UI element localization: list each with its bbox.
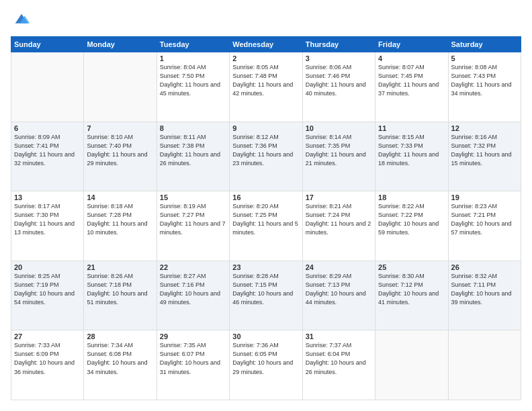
calendar-table: SundayMondayTuesdayWednesdayThursdayFrid…	[11, 36, 521, 400]
day-number: 22	[160, 263, 226, 271]
day-info: Sunrise: 8:28 AM Sunset: 7:15 PM Dayligh…	[232, 272, 299, 307]
calendar-header-monday: Monday	[84, 37, 157, 52]
calendar-cell	[448, 330, 521, 400]
day-info: Sunrise: 8:14 AM Sunset: 7:35 PM Dayligh…	[306, 133, 372, 168]
calendar-week-row: 27Sunrise: 7:33 AM Sunset: 6:09 PM Dayli…	[11, 330, 521, 400]
calendar-cell: 21Sunrise: 8:26 AM Sunset: 7:18 PM Dayli…	[84, 261, 157, 330]
day-info: Sunrise: 8:20 AM Sunset: 7:25 PM Dayligh…	[232, 202, 299, 237]
calendar-cell: 18Sunrise: 8:22 AM Sunset: 7:22 PM Dayli…	[375, 191, 448, 261]
day-info: Sunrise: 8:16 AM Sunset: 7:32 PM Dayligh…	[451, 133, 518, 168]
day-number: 9	[232, 124, 299, 132]
calendar-cell: 24Sunrise: 8:29 AM Sunset: 7:13 PM Dayli…	[302, 261, 375, 330]
calendar-cell: 3Sunrise: 8:06 AM Sunset: 7:46 PM Daylig…	[302, 52, 375, 122]
day-info: Sunrise: 8:30 AM Sunset: 7:12 PM Dayligh…	[378, 272, 445, 307]
day-number: 30	[232, 332, 299, 340]
calendar-cell: 6Sunrise: 8:09 AM Sunset: 7:41 PM Daylig…	[11, 122, 84, 191]
day-info: Sunrise: 8:09 AM Sunset: 7:41 PM Dayligh…	[14, 133, 81, 168]
calendar-cell: 13Sunrise: 8:17 AM Sunset: 7:30 PM Dayli…	[11, 191, 84, 261]
logo-icon	[12, 11, 31, 30]
calendar-header-friday: Friday	[375, 37, 448, 52]
day-info: Sunrise: 7:37 AM Sunset: 6:04 PM Dayligh…	[306, 341, 372, 376]
day-number: 2	[232, 54, 299, 62]
logo	[11, 11, 31, 30]
day-info: Sunrise: 7:33 AM Sunset: 6:09 PM Dayligh…	[14, 341, 81, 376]
day-number: 1	[160, 54, 226, 62]
day-number: 16	[232, 193, 299, 201]
calendar-week-row: 20Sunrise: 8:25 AM Sunset: 7:19 PM Dayli…	[11, 261, 521, 330]
day-info: Sunrise: 8:07 AM Sunset: 7:45 PM Dayligh…	[378, 63, 445, 98]
calendar-cell: 4Sunrise: 8:07 AM Sunset: 7:45 PM Daylig…	[375, 52, 448, 122]
calendar-cell: 27Sunrise: 7:33 AM Sunset: 6:09 PM Dayli…	[11, 330, 84, 400]
day-info: Sunrise: 7:34 AM Sunset: 6:08 PM Dayligh…	[87, 341, 153, 376]
day-info: Sunrise: 8:19 AM Sunset: 7:27 PM Dayligh…	[160, 202, 226, 237]
calendar-cell: 9Sunrise: 8:12 AM Sunset: 7:36 PM Daylig…	[230, 122, 302, 191]
calendar-cell: 17Sunrise: 8:21 AM Sunset: 7:24 PM Dayli…	[302, 191, 375, 261]
day-number: 25	[378, 263, 445, 271]
day-number: 19	[451, 193, 518, 201]
calendar-cell: 26Sunrise: 8:32 AM Sunset: 7:11 PM Dayli…	[448, 261, 521, 330]
calendar-cell	[84, 52, 157, 122]
day-info: Sunrise: 8:23 AM Sunset: 7:21 PM Dayligh…	[451, 202, 518, 237]
day-number: 11	[378, 124, 445, 132]
day-info: Sunrise: 8:27 AM Sunset: 7:16 PM Dayligh…	[160, 272, 226, 307]
page: SundayMondayTuesdayWednesdayThursdayFrid…	[0, 0, 532, 411]
day-info: Sunrise: 8:32 AM Sunset: 7:11 PM Dayligh…	[451, 272, 518, 307]
calendar-cell: 19Sunrise: 8:23 AM Sunset: 7:21 PM Dayli…	[448, 191, 521, 261]
day-info: Sunrise: 8:15 AM Sunset: 7:33 PM Dayligh…	[378, 133, 445, 168]
day-number: 15	[160, 193, 226, 201]
day-info: Sunrise: 8:17 AM Sunset: 7:30 PM Dayligh…	[14, 202, 81, 237]
day-number: 29	[160, 332, 226, 340]
day-number: 20	[14, 263, 81, 271]
day-info: Sunrise: 8:04 AM Sunset: 7:50 PM Dayligh…	[160, 63, 226, 98]
calendar-cell: 12Sunrise: 8:16 AM Sunset: 7:32 PM Dayli…	[448, 122, 521, 191]
day-number: 24	[306, 263, 372, 271]
day-info: Sunrise: 8:08 AM Sunset: 7:43 PM Dayligh…	[451, 63, 518, 98]
calendar-cell: 31Sunrise: 7:37 AM Sunset: 6:04 PM Dayli…	[302, 330, 375, 400]
day-info: Sunrise: 7:35 AM Sunset: 6:07 PM Dayligh…	[160, 341, 226, 376]
day-number: 28	[87, 332, 153, 340]
day-number: 21	[87, 263, 153, 271]
calendar-cell: 28Sunrise: 7:34 AM Sunset: 6:08 PM Dayli…	[84, 330, 157, 400]
calendar-cell: 15Sunrise: 8:19 AM Sunset: 7:27 PM Dayli…	[157, 191, 229, 261]
day-number: 13	[14, 193, 81, 201]
day-number: 27	[14, 332, 81, 340]
calendar-cell: 8Sunrise: 8:11 AM Sunset: 7:38 PM Daylig…	[157, 122, 229, 191]
day-number: 23	[232, 263, 299, 271]
day-info: Sunrise: 8:18 AM Sunset: 7:28 PM Dayligh…	[87, 202, 153, 237]
calendar-header-row: SundayMondayTuesdayWednesdayThursdayFrid…	[11, 37, 521, 52]
day-number: 10	[306, 124, 372, 132]
day-info: Sunrise: 8:25 AM Sunset: 7:19 PM Dayligh…	[14, 272, 81, 307]
day-number: 12	[451, 124, 518, 132]
calendar-week-row: 1Sunrise: 8:04 AM Sunset: 7:50 PM Daylig…	[11, 52, 521, 122]
calendar-header-sunday: Sunday	[11, 37, 84, 52]
calendar-week-row: 6Sunrise: 8:09 AM Sunset: 7:41 PM Daylig…	[11, 122, 521, 191]
day-number: 14	[87, 193, 153, 201]
calendar-cell: 5Sunrise: 8:08 AM Sunset: 7:43 PM Daylig…	[448, 52, 521, 122]
calendar-cell: 10Sunrise: 8:14 AM Sunset: 7:35 PM Dayli…	[302, 122, 375, 191]
day-number: 4	[378, 54, 445, 62]
day-info: Sunrise: 8:22 AM Sunset: 7:22 PM Dayligh…	[378, 202, 445, 237]
day-number: 7	[87, 124, 153, 132]
calendar-cell: 22Sunrise: 8:27 AM Sunset: 7:16 PM Dayli…	[157, 261, 229, 330]
calendar-cell: 20Sunrise: 8:25 AM Sunset: 7:19 PM Dayli…	[11, 261, 84, 330]
day-info: Sunrise: 8:12 AM Sunset: 7:36 PM Dayligh…	[232, 133, 299, 168]
calendar-cell: 1Sunrise: 8:04 AM Sunset: 7:50 PM Daylig…	[157, 52, 229, 122]
day-number: 6	[14, 124, 81, 132]
calendar-cell	[375, 330, 448, 400]
day-info: Sunrise: 7:36 AM Sunset: 6:05 PM Dayligh…	[232, 341, 299, 376]
day-number: 8	[160, 124, 226, 132]
calendar-cell: 23Sunrise: 8:28 AM Sunset: 7:15 PM Dayli…	[230, 261, 302, 330]
header	[11, 11, 521, 30]
day-number: 5	[451, 54, 518, 62]
calendar-header-thursday: Thursday	[302, 37, 375, 52]
calendar-header-tuesday: Tuesday	[157, 37, 229, 52]
day-info: Sunrise: 8:11 AM Sunset: 7:38 PM Dayligh…	[160, 133, 226, 168]
calendar-cell: 25Sunrise: 8:30 AM Sunset: 7:12 PM Dayli…	[375, 261, 448, 330]
day-number: 26	[451, 263, 518, 271]
calendar-cell	[11, 52, 84, 122]
calendar-header-wednesday: Wednesday	[230, 37, 302, 52]
calendar-cell: 11Sunrise: 8:15 AM Sunset: 7:33 PM Dayli…	[375, 122, 448, 191]
calendar-cell: 14Sunrise: 8:18 AM Sunset: 7:28 PM Dayli…	[84, 191, 157, 261]
calendar-cell: 2Sunrise: 8:05 AM Sunset: 7:48 PM Daylig…	[230, 52, 302, 122]
calendar-cell: 7Sunrise: 8:10 AM Sunset: 7:40 PM Daylig…	[84, 122, 157, 191]
